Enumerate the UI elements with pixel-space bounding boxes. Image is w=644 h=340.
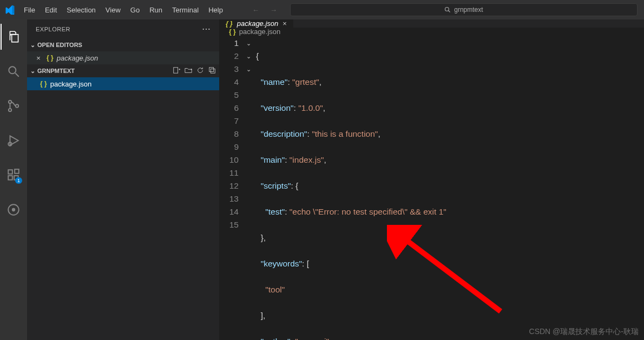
menu-edit[interactable]: Edit [41,4,61,16]
nav-arrows: ← → [249,4,280,16]
menu-view[interactable]: View [101,4,125,16]
menu-file[interactable]: File [19,4,40,16]
svg-point-14 [12,209,15,211]
fold-gutter[interactable]: ⌄⌄⌄ [246,37,256,340]
nav-forward-icon[interactable]: → [267,4,280,16]
tab-label: package.json [237,19,279,28]
activity-debug-icon[interactable] [1,128,27,154]
line-numbers: 1 234 567 8910 111213 1415 [219,37,246,340]
search-icon [444,6,451,13]
collapse-icon[interactable] [208,66,216,75]
activity-explorer-icon[interactable] [1,24,27,50]
nav-back-icon[interactable]: ← [249,4,262,16]
svg-line-4 [15,73,19,77]
svg-rect-10 [8,176,12,180]
sidebar-title: EXPLORER [36,26,70,32]
editor-area: { } package.json × { } package.json 1 23… [219,19,644,340]
menu-help[interactable]: Help [204,4,227,16]
svg-line-1 [449,11,450,12]
svg-rect-17 [211,69,215,73]
svg-rect-12 [15,169,19,174]
open-editor-item[interactable]: × { } package.json [27,51,219,64]
activity-extensions-icon[interactable]: 1 [1,162,27,188]
search-value: grnpmtext [454,6,483,14]
svg-point-6 [9,109,11,111]
sidebar-explorer: EXPLORER ⋯ ⌄ OPEN EDITORS × { } package.… [27,19,219,340]
watermark-text: CSDN @瑞晟技术服务中心-耿瑞 [529,327,639,337]
json-file-icon: { } [229,28,236,36]
activity-search-icon[interactable] [1,58,27,84]
sidebar-more-icon[interactable]: ⋯ [202,24,211,34]
refresh-icon[interactable] [196,66,204,75]
activity-remote-icon[interactable] [1,197,27,223]
close-icon[interactable]: × [34,54,43,62]
command-center-search[interactable]: grnpmtext [290,3,638,16]
title-bar: File Edit Selection View Go Run Terminal… [0,0,644,19]
json-file-icon: { } [226,20,233,28]
chevron-down-icon: ⌄ [30,68,35,75]
chevron-down-icon: ⌄ [30,42,35,49]
new-folder-icon[interactable] [185,66,192,75]
svg-rect-9 [8,170,12,174]
new-file-icon[interactable] [173,66,180,75]
menu-terminal[interactable]: Terminal [168,4,203,16]
svg-point-0 [445,8,449,11]
tab-close-icon[interactable]: × [282,19,287,28]
open-editors-label: OPEN EDITORS [37,42,82,48]
menu-bar: File Edit Selection View Go Run Terminal… [19,4,227,16]
section-project[interactable]: ⌄ GRNPMTEXT [27,64,219,77]
project-label: GRNPMTEXT [37,68,75,74]
extensions-badge: 1 [15,177,22,184]
editor-tabs: { } package.json × [219,19,644,28]
svg-rect-2 [12,35,18,42]
svg-point-5 [9,101,11,103]
section-open-editors[interactable]: ⌄ OPEN EDITORS [27,38,219,51]
json-file-icon: { } [40,80,47,88]
activity-bar: 1 [0,19,27,340]
vscode-logo-icon [0,5,19,15]
svg-point-3 [9,66,16,74]
svg-rect-15 [174,68,178,74]
file-tree-item[interactable]: { } package.json [27,77,219,90]
file-name-label: package.json [50,80,92,88]
svg-point-7 [16,104,18,107]
breadcrumb[interactable]: { } package.json [219,28,644,36]
editor-tab[interactable]: { } package.json × [219,19,294,28]
menu-go[interactable]: Go [126,4,144,16]
code-lines[interactable]: { "name": "grtest", "version": "1.0.0", … [256,37,446,340]
menu-selection[interactable]: Selection [62,4,100,16]
svg-rect-16 [209,68,214,72]
menu-run[interactable]: Run [145,4,167,16]
activity-scm-icon[interactable] [1,93,27,119]
json-file-icon: { } [47,54,54,62]
open-file-label: package.json [57,54,98,62]
code-editor[interactable]: 1 234 567 8910 111213 1415 ⌄⌄⌄ { "name":… [219,36,644,340]
breadcrumb-file: package.json [239,28,281,36]
